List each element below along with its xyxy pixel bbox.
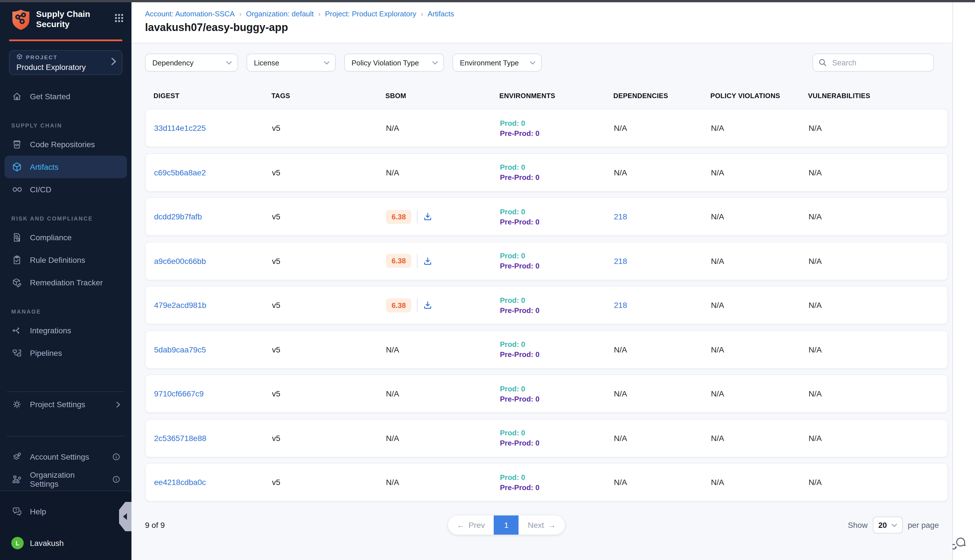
breadcrumb-separator: › [239,10,242,18]
digest-link[interactable]: 479e2acd981b [154,301,206,310]
policy-violations-value: N/A [711,301,724,310]
sidebar-item-code-repositories[interactable]: Code Repositories [5,133,127,156]
breadcrumb-separator: › [318,10,321,18]
sidebar-item-get-started[interactable]: Get Started [5,85,127,108]
vulnerabilities-value: N/A [808,212,822,221]
sidebar-item-help[interactable]: ? Help [5,500,127,523]
prod-count: Prod: 0 [500,428,614,437]
download-sbom-icon[interactable] [424,212,432,221]
sidebar-item-label: Artifacts [30,162,58,172]
info-icon[interactable] [112,475,120,483]
chevron-right-icon [111,58,116,67]
row-count-label: 9 of 9 [145,520,165,530]
chat-bubbles-icon[interactable] [952,536,967,553]
sidebar-item-account-settings[interactable]: Account Settings [5,445,127,468]
breadcrumb-artifacts[interactable]: Artifacts [428,10,454,18]
policy-violations-value: N/A [711,256,724,265]
sidebar-item-rule-definitions[interactable]: Rule Definitions [5,249,127,271]
table-row[interactable]: a9c6e00c66bb v5 6.38 Prod: 0 Pre-Prod: 0… [145,242,948,280]
table-row[interactable]: c69c5b6a8ae2 v5 N/A Prod: 0 Pre-Prod: 0 … [145,153,948,192]
license-filter-dropdown[interactable]: License [247,53,336,72]
dependencies-value: N/A [614,345,627,354]
sidebar-collapse-handle[interactable] [119,502,132,533]
sbom-cell: N/A [386,433,500,442]
sidebar-item-project-settings[interactable]: Project Settings [5,393,127,416]
page-1-button[interactable]: 1 [494,515,519,535]
page-header: Account: Automation-SSCA › Organization:… [132,2,952,43]
table-row[interactable]: 5dab9caa79c5 v5 N/A Prod: 0 Pre-Prod: 0 … [145,330,948,368]
policy-violations-value: N/A [711,389,724,398]
preprod-count: Pre-Prod: 0 [500,173,614,182]
apps-grid-icon[interactable] [115,13,124,25]
user-menu[interactable]: L Lavakush [5,533,127,553]
prev-page-button[interactable]: ← Prev [448,515,494,535]
table-row[interactable]: ee4218cdba0c v5 N/A Prod: 0 Pre-Prod: 0 … [145,463,948,502]
sidebar-item-label: Organization Settings [30,470,105,488]
environment-type-filter-dropdown[interactable]: Environment Type [452,53,542,72]
tag-value: v5 [272,478,280,487]
pagination-bar: 9 of 9 ← Prev 1 Next → Show 20 [145,515,948,535]
pipelines-icon [11,348,23,358]
chevron-down-icon [530,61,536,65]
vulnerabilities-value: N/A [808,123,822,133]
sbom-na: N/A [386,433,399,442]
cube-icon [11,162,23,172]
breadcrumb-organization[interactable]: Organization: default [246,10,314,18]
digest-link[interactable]: 5dab9caa79c5 [154,345,206,354]
section-label-risk-compliance: RISK AND COMPLIANCE [11,215,127,222]
dependency-filter-dropdown[interactable]: Dependency [145,53,238,72]
prev-label: Prev [469,520,485,530]
infinity-icon [11,185,23,193]
sidebar-item-organization-settings[interactable]: Organization Settings [5,468,127,491]
column-header-digest: DIGEST [154,92,271,100]
table-row[interactable]: 479e2acd981b v5 6.38 Prod: 0 Pre-Prod: 0… [145,286,948,324]
digest-link[interactable]: ee4218cdba0c [154,478,206,487]
digest-link[interactable]: dcdd29b7fafb [154,212,202,221]
search-input[interactable] [831,58,928,67]
download-sbom-icon[interactable] [424,256,432,265]
app-root: Supply Chain Security PROJECT [0,0,975,560]
next-page-button[interactable]: Next → [519,515,565,535]
digest-link[interactable]: 9710cf6667c9 [154,389,204,398]
sidebar-item-remediation-tracker[interactable]: Remediation Tracker [5,271,127,294]
org-chart-gear-icon [11,474,23,485]
sidebar-item-cicd[interactable]: CI/CD [5,178,127,201]
sidebar-item-artifacts[interactable]: Artifacts [5,156,127,178]
layers-gear-icon [11,452,23,462]
sidebar-item-integrations[interactable]: Integrations [5,319,127,342]
prod-count: Prod: 0 [500,207,614,216]
page-size-dropdown[interactable]: 20 [873,517,903,533]
info-icon[interactable] [112,453,120,461]
digest-link[interactable]: 33d114e1c225 [154,123,206,133]
preprod-count: Pre-Prod: 0 [500,262,614,270]
sbom-cell: N/A [386,345,500,354]
sidebar-item-compliance[interactable]: Compliance [5,226,127,249]
dependencies-value[interactable]: 218 [614,256,627,265]
policy-violation-type-filter-dropdown[interactable]: Policy Violation Type [344,53,444,72]
project-name: Product Exploratory [17,63,111,72]
show-label: Show [848,520,868,530]
digest-link[interactable]: a9c6e00c66bb [154,256,206,265]
breadcrumb-project[interactable]: Project: Product Exploratory [325,10,416,18]
page-size-control: Show 20 per page [848,517,939,533]
table-row[interactable]: 2c5365718e88 v5 N/A Prod: 0 Pre-Prod: 0 … [145,419,948,457]
breadcrumb-account[interactable]: Account: Automation-SSCA [145,10,235,18]
table-row[interactable]: 33d114e1c225 v5 N/A Prod: 0 Pre-Prod: 0 … [145,109,948,147]
sidebar-item-label: Rule Definitions [30,255,85,265]
chevron-down-icon [226,61,232,65]
table-row[interactable]: dcdd29b7fafb v5 6.38 Prod: 0 Pre-Prod: 0… [145,197,948,236]
column-header-sbom: SBOM [386,92,499,100]
download-sbom-icon[interactable] [424,301,432,310]
sbom-na: N/A [386,123,399,133]
project-selector[interactable]: PROJECT Product Exploratory [9,50,122,75]
sidebar-item-pipelines[interactable]: Pipelines [5,342,127,364]
chevron-down-icon [432,61,438,65]
digest-link[interactable]: 2c5365718e88 [154,433,206,442]
preprod-count: Pre-Prod: 0 [500,217,614,226]
preprod-count: Pre-Prod: 0 [500,395,614,403]
digest-link[interactable]: c69c5b6a8ae2 [154,168,206,177]
dependencies-value[interactable]: 218 [614,212,627,221]
dependencies-value[interactable]: 218 [614,301,627,310]
table-row[interactable]: 9710cf6667c9 v5 N/A Prod: 0 Pre-Prod: 0 … [145,375,948,413]
app-title: Supply Chain Security [36,9,95,29]
